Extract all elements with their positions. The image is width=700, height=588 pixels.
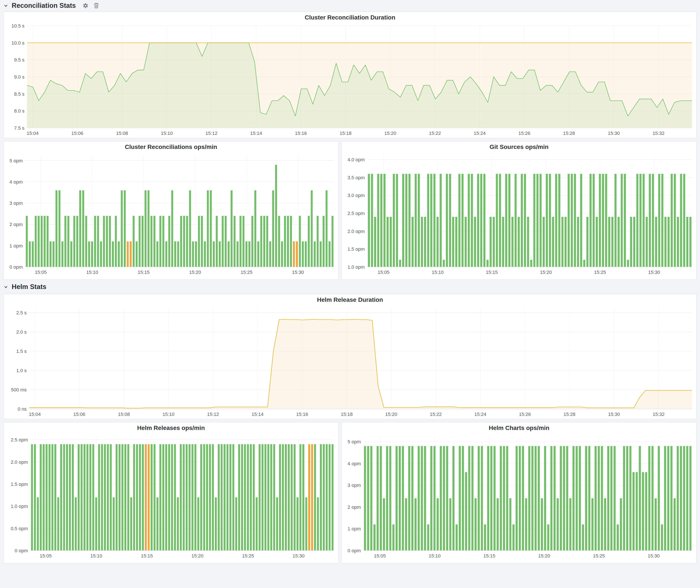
- svg-text:15:08: 15:08: [118, 412, 130, 417]
- svg-text:8.5 s: 8.5 s: [14, 91, 24, 97]
- svg-text:10.0 s: 10.0 s: [11, 40, 24, 46]
- helm-charts-chart[interactable]: 15:0515:1015:1515:2015:2515:300 opm1 opm…: [342, 433, 696, 561]
- panel-title[interactable]: Cluster Reconciliation Duration: [4, 12, 696, 23]
- svg-text:8.0 s: 8.0 s: [14, 108, 24, 114]
- section-helm-stats[interactable]: Helm Stats: [3, 280, 697, 294]
- panel-git-sources: Git Sources ops/min 15:0515:1015:1515:20…: [342, 141, 697, 280]
- cluster-reconciliations-chart[interactable]: 15:0515:1015:1515:2015:2515:300 opm1 opm…: [4, 152, 338, 278]
- legend-header-total[interactable]: total: [643, 279, 692, 280]
- legend-header-current[interactable]: current: [606, 563, 643, 563]
- svg-text:15:05: 15:05: [377, 270, 389, 275]
- svg-text:15:30: 15:30: [648, 553, 660, 559]
- svg-text:2 opm: 2 opm: [348, 504, 361, 510]
- chevron-down-icon: [3, 284, 8, 289]
- svg-text:15:24: 15:24: [474, 131, 486, 136]
- panel-helm-release-duration: Helm Release Duration 15:0415:0615:0815:…: [3, 294, 697, 419]
- legend-header-total[interactable]: total: [285, 279, 334, 280]
- svg-text:15:12: 15:12: [205, 131, 217, 136]
- svg-text:1 opm: 1 opm: [10, 243, 23, 249]
- svg-text:15:12: 15:12: [207, 412, 219, 417]
- git-sources-chart[interactable]: 15:0515:1015:1515:2015:2515:301.0 opm1.5…: [342, 152, 696, 278]
- svg-text:15:10: 15:10: [90, 553, 102, 559]
- svg-text:15:25: 15:25: [594, 270, 606, 275]
- chevron-down-icon: [3, 3, 8, 8]
- svg-text:5 opm: 5 opm: [10, 158, 23, 163]
- legend-header: avgcurrenttotal: [347, 278, 692, 280]
- svg-text:2.0 s: 2.0 s: [16, 329, 27, 335]
- panel-cluster-reconciliations: Cluster Reconciliations ops/min 15:0515:…: [3, 141, 339, 280]
- svg-text:4.0 opm: 4.0 opm: [348, 157, 365, 162]
- svg-text:3.5 opm: 3.5 opm: [348, 175, 365, 180]
- legend: avgcurrenttotalsuccessful reconciliation…: [4, 278, 338, 280]
- gear-icon[interactable]: [82, 2, 89, 9]
- svg-text:2.0 opm: 2.0 opm: [348, 229, 365, 234]
- svg-text:15:20: 15:20: [189, 270, 201, 275]
- trash-icon[interactable]: [94, 2, 99, 9]
- panel-helm-releases: Helm Releases ops/min 15:0515:1015:1515:…: [3, 422, 339, 563]
- svg-text:15:10: 15:10: [161, 131, 173, 136]
- svg-text:15:30: 15:30: [293, 553, 305, 559]
- svg-text:7.5 s: 7.5 s: [14, 125, 24, 131]
- svg-text:15:26: 15:26: [518, 131, 530, 136]
- svg-text:15:28: 15:28: [563, 412, 575, 417]
- panel-cluster-reconciliation-duration: Cluster Reconciliation Duration 15:0415:…: [3, 12, 697, 138]
- svg-text:15:10: 15:10: [86, 270, 98, 275]
- svg-text:15:08: 15:08: [116, 131, 128, 136]
- svg-text:4 opm: 4 opm: [10, 179, 23, 185]
- svg-text:3 opm: 3 opm: [10, 200, 23, 206]
- svg-text:15:15: 15:15: [483, 553, 495, 559]
- svg-text:15:15: 15:15: [141, 553, 153, 559]
- svg-text:15:06: 15:06: [73, 412, 85, 417]
- svg-text:15:05: 15:05: [40, 553, 52, 559]
- svg-text:15:20: 15:20: [385, 412, 397, 417]
- svg-text:2.5 opm: 2.5 opm: [11, 437, 28, 443]
- panel-title[interactable]: Helm Charts ops/min: [342, 422, 696, 433]
- svg-text:15:06: 15:06: [71, 131, 83, 136]
- svg-text:15:20: 15:20: [538, 553, 550, 559]
- dashboard: Reconciliation Stats: [0, 0, 700, 588]
- legend-header-current[interactable]: current: [248, 279, 285, 280]
- svg-text:0 opm: 0 opm: [10, 264, 23, 270]
- panel-title[interactable]: Helm Releases ops/min: [4, 422, 338, 433]
- svg-text:5 opm: 5 opm: [348, 439, 361, 444]
- legend-header-avg[interactable]: avg: [569, 563, 606, 563]
- svg-text:15:30: 15:30: [608, 412, 620, 417]
- legend-header-current[interactable]: current: [248, 563, 285, 563]
- svg-text:15:30: 15:30: [608, 131, 620, 136]
- legend-header-total[interactable]: total: [285, 563, 334, 563]
- legend-header-avg[interactable]: avg: [569, 279, 606, 280]
- svg-text:15:16: 15:16: [295, 131, 307, 136]
- svg-text:15:20: 15:20: [384, 131, 396, 136]
- svg-text:2 opm: 2 opm: [10, 222, 23, 227]
- svg-text:15:20: 15:20: [192, 553, 203, 559]
- helm-release-duration-chart[interactable]: 15:0415:0615:0815:1015:1215:1415:1615:18…: [4, 305, 696, 419]
- legend-header-current[interactable]: current: [606, 279, 643, 280]
- cluster-reconciliation-duration-chart[interactable]: 15:0415:0615:0815:1015:1215:1415:1615:18…: [4, 23, 696, 138]
- svg-text:15:28: 15:28: [563, 131, 575, 136]
- legend-header: avgcurrenttotal: [9, 562, 334, 563]
- svg-text:15:10: 15:10: [432, 270, 444, 275]
- helm-releases-chart[interactable]: 15:0515:1015:1515:2015:2515:300 opm0.5 o…: [4, 433, 338, 561]
- legend-header-avg[interactable]: avg: [211, 563, 248, 563]
- svg-text:9.0 s: 9.0 s: [14, 74, 24, 80]
- svg-text:15:14: 15:14: [252, 412, 263, 417]
- legend-header-total[interactable]: total: [643, 563, 692, 563]
- svg-text:15:25: 15:25: [240, 270, 252, 275]
- svg-text:9.5 s: 9.5 s: [14, 57, 24, 63]
- section-reconciliation-stats[interactable]: Reconciliation Stats: [3, 0, 697, 11]
- panel-title[interactable]: Git Sources ops/min: [342, 141, 696, 152]
- svg-text:15:30: 15:30: [292, 270, 304, 275]
- legend-header-avg[interactable]: avg: [211, 279, 248, 280]
- svg-text:1 opm: 1 opm: [348, 526, 361, 531]
- svg-text:1.0 s: 1.0 s: [16, 368, 27, 373]
- section-title: Helm Stats: [12, 283, 46, 291]
- panel-title[interactable]: Cluster Reconciliations ops/min: [4, 141, 338, 152]
- svg-text:15:05: 15:05: [35, 270, 47, 275]
- svg-text:2.0 opm: 2.0 opm: [11, 459, 28, 465]
- svg-text:1.5 opm: 1.5 opm: [348, 246, 365, 252]
- panel-title[interactable]: Helm Release Duration: [4, 294, 696, 305]
- svg-text:15:25: 15:25: [242, 553, 254, 559]
- legend: avgcurrenttotalsuccessful reconciliation…: [4, 561, 338, 563]
- legend: avgcurrenttotalsuccessful chart pulls3.8…: [342, 561, 696, 563]
- svg-text:4 opm: 4 opm: [348, 461, 361, 466]
